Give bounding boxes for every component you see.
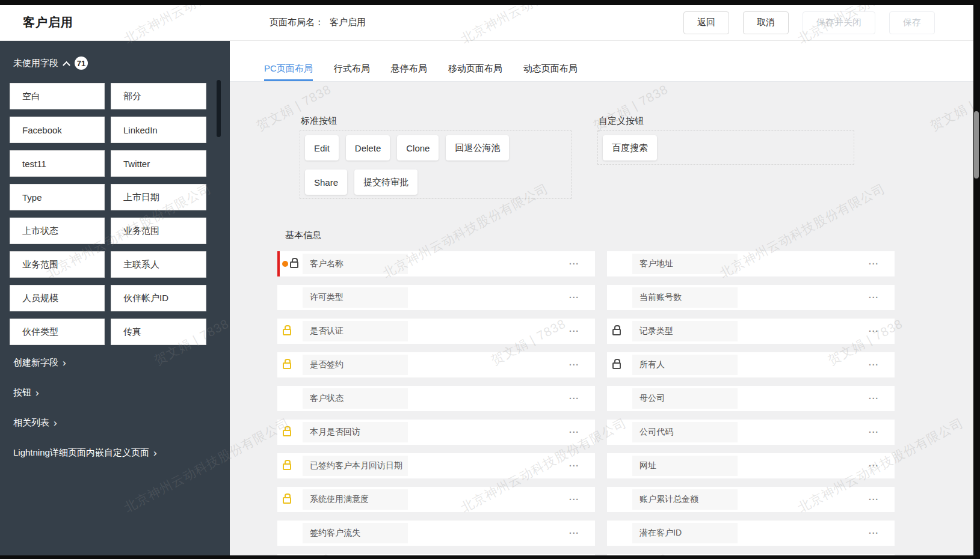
field-row[interactable]: 公司代码··· [607,420,895,445]
required-dot-icon [282,261,288,267]
field-row[interactable]: 当前账号数··· [607,285,895,310]
field-chip[interactable]: test11 [10,150,105,177]
custom-button[interactable]: 百度搜索 [603,135,657,160]
row-menu-icon[interactable]: ··· [569,293,579,302]
field-row[interactable]: 许可类型··· [277,285,595,310]
field-label-box: 所有人 [632,355,738,375]
field-chip[interactable]: 主联系人 [111,251,206,278]
tab-hover-layout[interactable]: 悬停布局 [391,63,427,81]
save-and-close-button: 保存并关闭 [803,11,875,34]
field-row[interactable]: 系统使用满意度··· [277,487,595,512]
field-row[interactable]: 客户地址··· [607,251,895,276]
field-row[interactable]: 是否认证··· [277,319,595,344]
row-menu-icon[interactable]: ··· [869,259,879,269]
return-button[interactable]: 返回 [683,11,729,34]
field-chip[interactable]: Facebook [10,117,105,143]
button-row: 百度搜索 [603,135,849,160]
row-menu-icon[interactable]: ··· [569,427,579,437]
field-label-box: 是否认证 [303,321,408,341]
lock-icon [283,430,291,436]
tab-row-layout[interactable]: 行式布局 [334,63,370,81]
tab-pc-layout[interactable]: PC页面布局 [264,63,313,81]
row-menu-icon[interactable]: ··· [869,293,879,302]
field-label: 公司代码 [639,427,673,438]
field-row[interactable]: 是否签约··· [277,352,595,377]
standard-button[interactable]: 回退公海池 [446,135,509,160]
field-row[interactable]: 记录类型··· [607,319,895,344]
row-menu-icon[interactable]: ··· [569,326,579,336]
field-row[interactable]: 签约客户流失··· [277,521,595,546]
row-menu-icon[interactable]: ··· [869,394,879,403]
field-row[interactable]: 账户累计总金额··· [607,487,895,512]
row-menu-icon[interactable]: ··· [569,495,579,504]
field-row[interactable]: 网址··· [607,453,895,478]
field-chip[interactable]: 伙伴类型 [10,319,105,345]
field-label: 客户名称 [310,258,344,269]
field-label-box: 本月是否回访 [303,422,408,442]
row-menu-icon[interactable]: ··· [569,394,579,403]
field-chip[interactable]: 上市状态 [10,218,105,244]
field-chip[interactable]: Twitter [111,150,206,177]
field-chip[interactable]: 业务范围 [10,251,105,278]
standard-button[interactable]: Edit [305,135,339,160]
field-row[interactable]: 潜在客户ID··· [607,521,895,546]
tab-dynamic-layout[interactable]: 动态页面布局 [523,63,578,81]
field-chip[interactable]: Type [10,184,105,210]
basic-info-label: 基本信息 [285,230,321,241]
header: 客户启用 页面布局名：客户启用 返回取消保存并关闭保存 [0,5,973,41]
tab-mobile-layout[interactable]: 移动页面布局 [448,63,502,81]
buttons-link[interactable]: 按钮› [13,388,157,398]
main-scrollbar-thumb[interactable] [974,111,979,179]
unused-fields-header[interactable]: 未使用字段 71 [13,57,88,70]
row-menu-icon[interactable]: ··· [569,461,579,471]
row-menu-icon[interactable]: ··· [869,427,879,437]
lock-icon [283,362,291,369]
lock-icon [612,329,621,335]
basic-info-left-column: 客户名称···许可类型···是否认证···是否签约···客户状态···本月是否回… [277,251,595,554]
field-label: 客户状态 [310,393,344,404]
field-label-box: 已签约客户本月回访日期 [303,456,408,476]
lightning-custom-page-link[interactable]: Lightning详细页面内嵌自定义页面› [13,448,157,458]
row-menu-icon[interactable]: ··· [569,360,579,370]
page-title: 客户启用 [23,14,73,31]
field-row[interactable]: 客户名称··· [277,251,595,276]
row-menu-icon[interactable]: ··· [869,360,879,370]
layout-canvas: 标准按钮 EditDeleteClone回退公海池Share提交待审批 自定义按… [230,82,973,559]
field-chip[interactable]: 空白 [10,83,105,109]
row-menu-icon[interactable]: ··· [869,495,879,504]
field-row[interactable]: 本月是否回访··· [277,420,595,445]
row-menu-icon[interactable]: ··· [869,326,879,336]
field-label: 所有人 [639,359,665,370]
standard-button[interactable]: Share [305,170,347,195]
cancel-button[interactable]: 取消 [743,11,789,34]
standard-buttons-area: EditDeleteClone回退公海池Share提交待审批 [300,130,572,199]
field-chip[interactable]: 传真 [111,319,206,345]
field-chip[interactable]: 伙伴帐户ID [111,285,206,311]
create-field-link[interactable]: 创建新字段› [13,358,157,368]
row-menu-icon[interactable]: ··· [869,461,879,471]
standard-button[interactable]: 提交待审批 [354,170,418,195]
button-row: Share提交待审批 [305,170,566,195]
standard-button[interactable]: Delete [346,135,390,160]
field-row[interactable]: 客户状态··· [277,386,595,411]
row-menu-icon[interactable]: ··· [869,528,879,538]
custom-buttons-area: 百度搜索 [597,130,854,165]
field-chip[interactable]: LinkedIn [111,117,206,143]
sidebar-scrollbar-thumb[interactable] [217,80,221,137]
field-row[interactable]: 所有人··· [607,352,895,377]
field-chip[interactable]: 部分 [111,83,206,109]
button-row: EditDeleteClone回退公海池 [305,135,566,160]
standard-button[interactable]: Clone [397,135,439,160]
field-row[interactable]: 母公司··· [607,386,895,411]
main-scrollbar-track[interactable] [973,0,980,559]
row-menu-icon[interactable]: ··· [569,528,579,538]
field-chip[interactable]: 人员规模 [10,285,105,311]
field-label: 本月是否回访 [310,427,360,438]
field-label-box: 客户状态 [303,388,408,409]
chevron-up-icon[interactable] [63,61,70,69]
field-row[interactable]: 已签约客户本月回访日期··· [277,453,595,478]
field-chip[interactable]: 业务范围 [111,218,206,244]
field-chip[interactable]: 上市日期 [111,184,206,210]
related-lists-link[interactable]: 相关列表› [13,418,157,428]
row-menu-icon[interactable]: ··· [569,259,579,269]
